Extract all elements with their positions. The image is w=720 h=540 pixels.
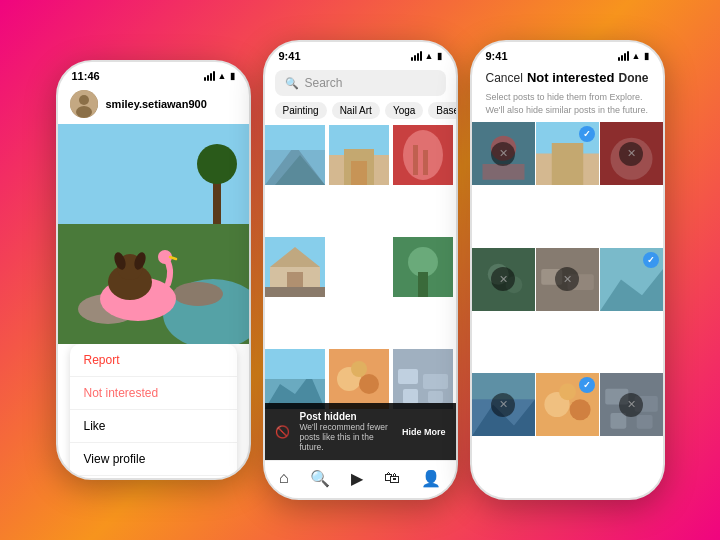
- svg-rect-50: [482, 164, 524, 180]
- svg-rect-27: [423, 150, 428, 175]
- menu-item-like[interactable]: Like: [70, 410, 237, 443]
- wifi-icon-3: ▲: [632, 51, 641, 61]
- tag-yoga[interactable]: Yoga: [385, 102, 423, 119]
- svg-point-2: [76, 106, 92, 118]
- context-menu: Report Not interested Like View profile …: [70, 344, 237, 480]
- grid-cell-1[interactable]: [265, 125, 325, 185]
- grid-cell-8[interactable]: [393, 349, 453, 409]
- battery-icon: ▮: [230, 71, 235, 81]
- menu-item-not-interested[interactable]: Not interested: [70, 377, 237, 410]
- done-button[interactable]: Done: [618, 71, 648, 85]
- tag-painting[interactable]: Painting: [275, 102, 327, 119]
- phone-3: 9:41 ▲ ▮ Cancel Not interested Done Sele…: [470, 40, 665, 500]
- p3-cell-9[interactable]: ✕: [600, 373, 663, 436]
- phone-2: 9:41 ▲ ▮ 🔍 Search Painting: [263, 40, 458, 500]
- svg-point-70: [559, 384, 576, 401]
- nav-reels-icon[interactable]: ▶: [351, 469, 363, 488]
- phone1-header: smiley.setiawan900: [58, 86, 249, 124]
- time-2: 9:41: [279, 50, 301, 62]
- svg-rect-23: [351, 161, 367, 185]
- not-interested-icon-3: ✕: [619, 142, 643, 166]
- svg-rect-46: [403, 389, 418, 404]
- svg-point-9: [197, 144, 237, 184]
- p3-cell-2[interactable]: ✓: [536, 122, 599, 185]
- status-bar-1: 11:46 ▲ ▮: [58, 62, 249, 86]
- signal-icon-2: [411, 51, 422, 61]
- grid-cell-7[interactable]: [329, 349, 389, 409]
- post-hidden-bar: 🚫 Post hidden We'll recommend fewer post…: [265, 403, 456, 460]
- time-3: 9:41: [486, 50, 508, 62]
- not-interested-icon-1: ✕: [491, 142, 515, 166]
- svg-rect-74: [610, 413, 626, 429]
- p3-cell-6[interactable]: ✓: [600, 248, 663, 311]
- hide-more-button[interactable]: Hide More: [402, 427, 446, 437]
- tags-row: Painting Nail Art Yoga Base: [265, 102, 456, 125]
- menu-item-view-profile[interactable]: View profile: [70, 443, 237, 476]
- phones-container: 11:46 ▲ ▮ smiley.seti: [36, 20, 685, 520]
- svg-point-1: [79, 95, 89, 105]
- status-icons-1: ▲ ▮: [204, 71, 235, 81]
- battery-icon-2: ▮: [437, 51, 442, 61]
- grid-cell-6[interactable]: [265, 349, 325, 409]
- signal-icon: [204, 71, 215, 81]
- nav-home-icon[interactable]: ⌂: [279, 469, 289, 488]
- post-hidden-text: Post hidden We'll recommend fewer posts …: [300, 411, 396, 452]
- phone3-subtitle: Select posts to hide them from Explore. …: [472, 91, 663, 122]
- svg-point-41: [359, 374, 379, 394]
- search-icon: 🔍: [285, 77, 299, 90]
- p3-cell-4[interactable]: ✕: [472, 248, 535, 311]
- search-bar[interactable]: 🔍 Search: [275, 70, 446, 96]
- status-bar-3: 9:41 ▲ ▮: [472, 42, 663, 66]
- svg-rect-44: [398, 369, 418, 384]
- search-placeholder: Search: [305, 76, 343, 90]
- hide-icon: 🚫: [275, 425, 290, 439]
- svg-point-42: [351, 361, 367, 377]
- not-interested-title: Not interested: [527, 70, 614, 85]
- time-1: 11:46: [72, 70, 100, 82]
- avatar: [70, 90, 98, 118]
- grid-cell-5[interactable]: [393, 237, 453, 297]
- p3-cell-1[interactable]: ✕: [472, 122, 535, 185]
- phone3-header: Cancel Not interested Done: [472, 66, 663, 91]
- battery-icon-3: ▮: [644, 51, 649, 61]
- status-icons-3: ▲ ▮: [618, 51, 649, 61]
- nav-shop-icon[interactable]: 🛍: [384, 469, 400, 488]
- not-interested-icon-7: ✕: [491, 393, 515, 417]
- bottom-nav: ⌂ 🔍 ▶ 🛍 👤: [265, 460, 456, 498]
- svg-rect-19: [265, 125, 325, 150]
- check-badge-2: ✓: [579, 126, 595, 142]
- check-badge-8: ✓: [579, 377, 595, 393]
- p3-cell-5[interactable]: ✕: [536, 248, 599, 311]
- wifi-icon: ▲: [218, 71, 227, 81]
- menu-item-send-message[interactable]: Send as message: [70, 476, 237, 480]
- nav-search-icon[interactable]: 🔍: [310, 469, 330, 488]
- not-interested-icon-9: ✕: [619, 393, 643, 417]
- nav-profile-icon[interactable]: 👤: [421, 469, 441, 488]
- svg-point-7: [173, 282, 223, 306]
- check-badge-6: ✓: [643, 252, 659, 268]
- menu-item-report[interactable]: Report: [70, 344, 237, 377]
- grid-cell-4[interactable]: [265, 237, 325, 297]
- svg-rect-38: [265, 349, 325, 379]
- svg-rect-35: [418, 272, 428, 297]
- cancel-button[interactable]: Cancel: [486, 71, 523, 85]
- signal-icon-3: [618, 51, 629, 61]
- grid-cell-2[interactable]: [329, 125, 389, 185]
- post-hidden-subtitle: We'll recommend fewer posts like this in…: [300, 422, 396, 452]
- p3-cell-8[interactable]: ✓: [536, 373, 599, 436]
- status-bar-2: 9:41 ▲ ▮: [265, 42, 456, 66]
- phone3-grid: ✕ ✓ ✕: [472, 122, 663, 498]
- grid-cell-3[interactable]: [393, 125, 453, 185]
- p3-cell-3[interactable]: ✕: [600, 122, 663, 185]
- username: smiley.setiawan900: [106, 98, 207, 110]
- svg-rect-47: [428, 391, 443, 403]
- tag-nail-art[interactable]: Nail Art: [332, 102, 380, 119]
- svg-rect-45: [423, 374, 448, 389]
- svg-rect-32: [265, 287, 325, 297]
- p3-cell-7[interactable]: ✕: [472, 373, 535, 436]
- wifi-icon-2: ▲: [425, 51, 434, 61]
- not-interested-icon-4: ✕: [491, 267, 515, 291]
- svg-rect-53: [551, 143, 583, 185]
- post-hidden-title: Post hidden: [300, 411, 396, 422]
- tag-base[interactable]: Base: [428, 102, 455, 119]
